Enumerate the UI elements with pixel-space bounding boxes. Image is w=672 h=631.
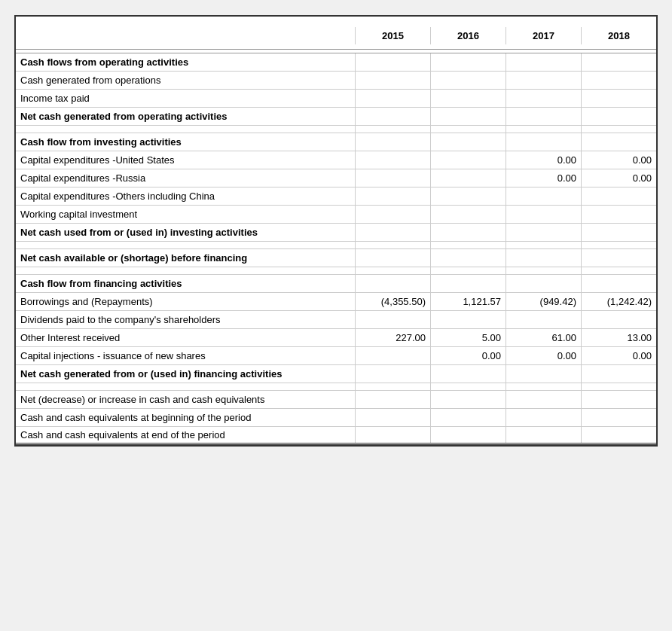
data-cell	[430, 72, 506, 89]
data-cell	[430, 275, 506, 292]
col-header-2017: 2017	[506, 27, 581, 44]
row-label: Cash flows from operating activities	[16, 53, 355, 71]
data-cell	[355, 53, 430, 71]
data-cell	[581, 108, 656, 125]
row-data	[355, 90, 656, 107]
data-cell: 0.00	[430, 347, 506, 364]
data-cell	[355, 267, 430, 274]
row-label	[16, 383, 355, 390]
data-cell	[581, 206, 656, 223]
data-cell	[506, 267, 581, 274]
table-row	[16, 126, 656, 133]
row-data	[355, 275, 656, 292]
row-label: Capital expenditures -Others including C…	[16, 187, 355, 205]
data-cell	[355, 242, 430, 248]
data-cell	[506, 187, 581, 205]
data-cell	[581, 391, 656, 408]
row-label: Cash generated from operations	[16, 72, 355, 89]
row-label: Borrowings and (Repayments)	[16, 293, 355, 310]
data-cell	[430, 187, 506, 205]
table-row: Net cash used from or (used in) investin…	[16, 224, 656, 242]
data-cell	[581, 187, 656, 205]
data-cell	[355, 187, 430, 205]
data-cell	[430, 206, 506, 223]
table-row: Net cash available or (shortage) before …	[16, 249, 656, 267]
data-cell: (1,242.42)	[581, 293, 656, 310]
data-cell	[430, 365, 506, 383]
data-cell	[506, 275, 581, 292]
row-data: 0.000.00	[355, 169, 656, 187]
col-header-2016: 2016	[430, 27, 506, 44]
data-cell	[430, 383, 506, 390]
table-row: Cash flow from investing activities	[16, 133, 656, 151]
row-label: Income tax paid	[16, 90, 355, 107]
row-data: 0.000.000.00	[355, 347, 656, 364]
row-data	[355, 126, 656, 133]
data-cell	[355, 365, 430, 383]
row-label: Cash flow from financing activities	[16, 275, 355, 292]
data-cell	[355, 224, 430, 241]
row-label: Capital expenditures -United States	[16, 151, 355, 169]
report-header: 2015 2016 2017 2018	[16, 17, 656, 53]
data-cell	[506, 311, 581, 328]
table-row: Working capital investment	[16, 206, 656, 224]
row-label	[16, 242, 355, 248]
row-data	[355, 427, 656, 443]
row-label: Working capital investment	[16, 206, 355, 223]
report-container: 2015 2016 2017 2018 Cash flows from oper…	[14, 15, 658, 447]
row-label	[16, 126, 355, 133]
data-cell	[581, 126, 656, 133]
data-cell	[355, 391, 430, 408]
data-cell	[430, 126, 506, 133]
table-row: Borrowings and (Repayments)(4,355.50)1,1…	[16, 293, 656, 311]
table-row: Cash flow from financing activities	[16, 275, 656, 293]
data-cell: 0.00	[581, 151, 656, 169]
data-cell	[506, 391, 581, 408]
data-cell	[581, 365, 656, 383]
table-row: Net (decrease) or increase in cash and c…	[16, 391, 656, 409]
data-cell	[430, 409, 506, 426]
row-label: Net cash used from or (used in) investin…	[16, 224, 355, 241]
data-cell	[506, 53, 581, 71]
table-row: Cash and cash equivalents at beginning o…	[16, 409, 656, 427]
table-row: Cash generated from operations	[16, 72, 656, 90]
data-cell	[430, 90, 506, 107]
table-row: Cash flows from operating activities	[16, 53, 656, 72]
data-cell	[581, 427, 656, 443]
row-label: Cash and cash equivalents at end of the …	[16, 427, 355, 443]
data-cell	[581, 72, 656, 89]
table-row	[16, 242, 656, 249]
data-cell: 227.00	[355, 329, 430, 346]
data-cell	[506, 108, 581, 125]
data-cell: 1,121.57	[430, 293, 506, 310]
data-cell	[506, 133, 581, 151]
table-row: Capital expenditures -Russia0.000.00	[16, 169, 656, 187]
data-cell: 61.00	[506, 329, 581, 346]
data-cell	[581, 242, 656, 248]
row-data	[355, 224, 656, 241]
table-row: Capital expenditures -United States0.000…	[16, 151, 656, 169]
row-data	[355, 249, 656, 267]
row-label: Dividends paid to the company's sharehol…	[16, 311, 355, 328]
data-cell	[355, 347, 430, 364]
table-row: Dividends paid to the company's sharehol…	[16, 311, 656, 329]
data-cell	[355, 108, 430, 125]
data-cell	[581, 249, 656, 267]
table-body: Cash flows from operating activitiesCash…	[16, 53, 656, 445]
table-row: Cash and cash equivalents at end of the …	[16, 427, 656, 445]
data-cell: 0.00	[581, 347, 656, 364]
data-cell	[430, 267, 506, 274]
data-cell	[355, 249, 430, 267]
row-label: Capital injections - issuance of new sha…	[16, 347, 355, 364]
data-cell	[506, 126, 581, 133]
table-row: Capital expenditures -Others including C…	[16, 187, 656, 206]
data-cell	[506, 206, 581, 223]
data-cell	[430, 224, 506, 241]
data-cell	[506, 249, 581, 267]
table-row: Income tax paid	[16, 90, 656, 108]
row-data	[355, 206, 656, 223]
data-cell: (4,355.50)	[355, 293, 430, 310]
row-data	[355, 72, 656, 89]
row-data	[355, 409, 656, 426]
row-data	[355, 383, 656, 390]
